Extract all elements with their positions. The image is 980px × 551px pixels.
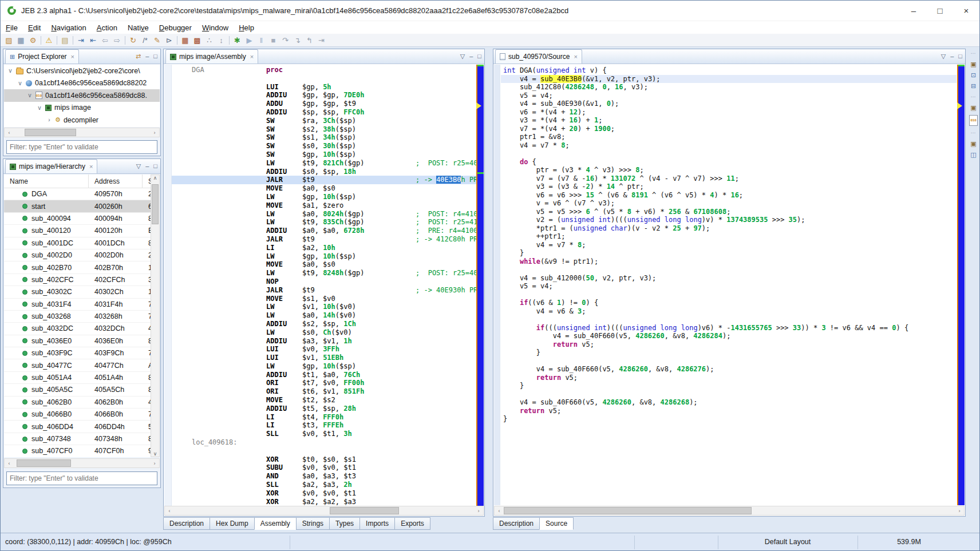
tree-item[interactable]: vC:\Users\nicol\jeb2\jeb2-core2\core\ — [4, 65, 160, 77]
source-line[interactable]: v = v6 ^ (v7 ^ v3); — [501, 199, 957, 208]
tab-strings[interactable]: Strings — [296, 517, 330, 530]
asm-line[interactable]: LW$t9, 835Ch($gp); POST: r25=412C80h — [172, 218, 476, 227]
binary-doc-icon[interactable]: 010 — [969, 115, 977, 126]
source-line[interactable]: while(&v9 != ptr1); — [501, 257, 957, 266]
split-view-icon[interactable]: ◫ — [970, 151, 976, 158]
table-row[interactable]: sub_40302C40302Ch1 — [4, 286, 160, 298]
open-expander-icon[interactable]: v — [17, 80, 23, 86]
graph-dots-icon[interactable]: ∴ — [203, 34, 215, 46]
terminal-view-icon[interactable]: ⊡ — [971, 72, 976, 79]
minimize-panel-icon[interactable]: – — [145, 162, 149, 169]
asm-line[interactable]: LW$t9, 8248h($gp); POST: r25=40E930h — [172, 269, 476, 278]
asm-line[interactable]: ADDIU$s2, $sp, 1Ch — [172, 320, 476, 328]
source-line[interactable]: do { — [501, 158, 957, 167]
view-menu-icon[interactable]: ▽ — [460, 53, 465, 60]
close-button[interactable]: × — [953, 1, 979, 21]
menu-debugger[interactable]: Debugger — [154, 23, 197, 32]
tab-imports[interactable]: Imports — [359, 517, 395, 530]
open-expander-icon[interactable]: v — [37, 105, 42, 111]
source-line[interactable]: ptr = (v3 * 4 ^ v3) >>> 8; — [501, 166, 957, 175]
goto-address-icon[interactable]: ⇥ — [75, 34, 87, 46]
nav-back-icon[interactable]: ⇦ — [99, 34, 111, 46]
asm-line[interactable]: LI$a2, 10h — [172, 244, 476, 252]
menu-navigation[interactable]: Navigation — [46, 23, 91, 32]
layout-selector[interactable]: Default Layout — [718, 538, 858, 546]
source-line[interactable]: v4 = sub_40F660(v5, 4286260, &v8, 428627… — [501, 365, 957, 374]
maximize-panel-icon[interactable]: □ — [153, 53, 157, 60]
minimize-panel-icon[interactable]: – — [950, 53, 954, 60]
scroll-left-icon[interactable]: ‹ — [165, 508, 174, 514]
source-line[interactable]: sub_412C80(4286248, 0, 16, v3); — [501, 83, 957, 92]
project-tree-hscrollbar[interactable]: ‹ › — [4, 128, 160, 137]
table-row[interactable]: sub_407348407348h8 — [4, 433, 160, 445]
table-row[interactable]: sub_4001DC4001DCh8 — [4, 237, 160, 249]
scroll-right-icon[interactable]: › — [474, 508, 483, 514]
asm-line[interactable]: MOVE$s1, $v0 — [172, 295, 476, 303]
sort-icon[interactable]: ↕ — [215, 34, 227, 46]
asm-line[interactable]: loc_409618: — [172, 438, 476, 447]
tab-hierarchy[interactable]: mips image/Hierarchy × — [5, 159, 97, 173]
scroll-up-icon[interactable]: ∧ — [151, 175, 159, 181]
scroll-left-icon[interactable]: ‹ — [5, 130, 14, 136]
maximize-button[interactable]: □ — [927, 1, 953, 21]
source-line[interactable]: v5 = v4; — [501, 282, 957, 291]
scroll-left-icon[interactable]: ‹ — [495, 508, 504, 514]
table-row[interactable]: sub_40477C40477ChA — [4, 359, 160, 371]
source-line[interactable]: v6 = v6 >>> 15 ^ (v6 & 8191 ^ (v6 ^ v5) … — [501, 191, 957, 200]
asm-line[interactable]: SW$ra, 3Ch($sp) — [172, 117, 476, 125]
asm-line[interactable]: MOVE$a1, $zero — [172, 201, 476, 210]
tab-source-view[interactable]: sub_409570/Source × — [495, 49, 582, 64]
minimize-button[interactable]: – — [900, 1, 927, 21]
scroll-thumb[interactable] — [330, 507, 399, 514]
source-line[interactable]: if(((unsigned int)(((unsigned long long)… — [501, 324, 957, 332]
table-row[interactable]: sub_400120400120hE — [4, 225, 160, 237]
scroll-thumb[interactable] — [17, 459, 71, 467]
restore-pane-icon[interactable]: ▣ — [970, 140, 976, 148]
source-line[interactable] — [501, 149, 957, 158]
project-filter-input[interactable] — [6, 140, 157, 154]
hierarchy-hscrollbar[interactable]: ‹ › — [4, 458, 160, 468]
nav-forward-icon[interactable]: ⇨ — [111, 34, 123, 46]
asm-line[interactable]: SLL$v0, $t1, 3h — [172, 430, 476, 438]
asm-line[interactable]: SW$s1, 34h($sp) — [172, 133, 476, 142]
source-line[interactable]: v4 = sub_40E930(&v1, 0); — [501, 100, 957, 108]
asm-line[interactable]: SW$gp, 10h($sp) — [172, 150, 476, 159]
table-row[interactable]: sub_4062B04062B0h4 — [4, 397, 160, 409]
hierarchy-filter-input[interactable] — [6, 471, 157, 485]
asm-line[interactable]: ORI$t7, $v0, FF00h — [172, 379, 476, 387]
source-line[interactable]: v4 = sub_412000(50, v2, ptr, v3); — [501, 274, 957, 283]
asm-line[interactable]: ORI$t6, $v1, 851Fh — [172, 387, 476, 396]
asm-line[interactable]: ADDIU$a0, $a0, 6728h; PRE: r4=410000h — [172, 227, 476, 235]
source-line[interactable]: } — [501, 249, 957, 257]
table-row[interactable]: sub_403268403268h7 — [4, 311, 160, 323]
scroll-right-icon[interactable]: › — [955, 508, 964, 514]
table-row[interactable]: sub_4002D04002D0h2 — [4, 249, 160, 261]
tab-assembly[interactable]: Assembly — [254, 517, 297, 530]
tab-assembly-view[interactable]: mips image/Assembly × — [165, 49, 258, 64]
source-line[interactable] — [501, 390, 957, 399]
source-line[interactable]: v4 = sub_40F660(v5, 4286260, &v8, 428626… — [501, 398, 957, 407]
asm-line[interactable]: SLL$a2, $a3, 2h — [172, 481, 476, 489]
asm-line[interactable] — [172, 74, 476, 83]
asm-line[interactable]: LI$t4, FFF0h — [172, 413, 476, 422]
asm-line[interactable]: AND$a0, $a3, $t3 — [172, 472, 476, 481]
asm-line[interactable]: LW$s0, Ch($v0) — [172, 328, 476, 337]
source-line[interactable]: if((v6 & 1) != 0) { — [501, 299, 957, 307]
source-line[interactable] — [501, 357, 957, 366]
hex-grid-alt-icon[interactable]: ▩ — [191, 34, 203, 46]
table-row[interactable]: start400260h6 — [4, 200, 160, 212]
table-row[interactable]: sub_4051A44051A4h8 — [4, 372, 160, 384]
tree-item[interactable]: v0100a1cbf14e86c956cea5869dc88. — [4, 89, 160, 102]
options-wrench-icon[interactable]: ⚙ — [27, 34, 39, 46]
asm-line[interactable]: DGAproc — [172, 66, 476, 74]
menu-action[interactable]: Action — [92, 23, 122, 32]
source-line[interactable]: v4 = sub_40E3B0(&v1, v2, ptr, v3); — [501, 75, 957, 84]
source-line[interactable]: v5 = v4; — [501, 92, 957, 100]
source-hscrollbar[interactable]: ‹ › — [494, 506, 965, 516]
close-icon[interactable]: × — [574, 53, 577, 60]
maximize-panel-icon[interactable]: □ — [958, 53, 962, 60]
asm-line[interactable]: LUI$gp, 5h — [172, 83, 476, 92]
asm-line[interactable]: MOVE$t2, $s2 — [172, 396, 476, 405]
tab-description[interactable]: Description — [163, 517, 210, 530]
goto-symbol-icon[interactable]: ⇤ — [87, 34, 99, 46]
